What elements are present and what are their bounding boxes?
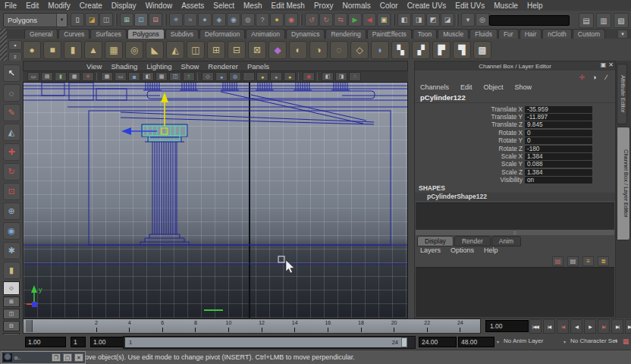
- menu-item[interactable]: Muscle: [489, 2, 523, 10]
- toggle-channel-box-icon[interactable]: ▧: [614, 13, 629, 28]
- selected-capital[interactable]: [142, 124, 187, 140]
- toggle-tool-settings-icon[interactable]: ▥: [596, 13, 611, 28]
- menu-item[interactable]: Modify: [43, 2, 74, 10]
- chevron-down-icon[interactable]: ▾: [494, 339, 501, 345]
- layer-list[interactable]: [416, 267, 614, 317]
- backface-culling-icon[interactable]: ◨: [335, 72, 347, 81]
- channel-label[interactable]: Translate X: [415, 106, 525, 113]
- step-forward-key-button[interactable]: ▶|: [598, 319, 610, 334]
- menu-item[interactable]: Edit: [21, 2, 43, 10]
- channel-label[interactable]: Rotate Y: [415, 137, 525, 144]
- toggle-attribute-editor-icon[interactable]: ▤: [579, 13, 594, 28]
- layer-editor-menu-item[interactable]: Options: [450, 246, 474, 254]
- panel-menu-item[interactable]: Show: [177, 62, 203, 71]
- poly-cylinder-icon[interactable]: ▮: [64, 41, 82, 59]
- shelf-tab[interactable]: Rendering: [325, 29, 366, 39]
- poly-plane-icon[interactable]: ▦: [105, 41, 123, 59]
- poly-prism-icon[interactable]: ◣: [146, 41, 164, 59]
- channel-box-menu-item[interactable]: Show: [515, 83, 532, 91]
- snap-curve-icon[interactable]: ≈: [184, 13, 197, 27]
- layer-editor-tab[interactable]: Anim: [491, 236, 521, 246]
- menu-item[interactable]: Color: [375, 2, 403, 10]
- cylindrical-mapping-icon[interactable]: ▞: [412, 41, 430, 59]
- layers-render-icon[interactable]: ▤: [567, 256, 579, 266]
- poly-cone-icon[interactable]: ▲: [84, 41, 102, 59]
- snap-point-icon[interactable]: ●: [198, 13, 212, 27]
- viewport[interactable]: y: [23, 82, 408, 318]
- quick-select-dropdown-icon[interactable]: ▾: [461, 13, 475, 27]
- step-forward-frame-button[interactable]: ▶|: [611, 319, 623, 334]
- channel-label[interactable]: Translate Z: [415, 121, 525, 128]
- open-scene-icon[interactable]: ◪: [85, 13, 99, 27]
- new-empty-layer-icon[interactable]: ≡: [582, 256, 594, 266]
- snap-align-icon[interactable]: ?: [256, 13, 269, 27]
- lasso-tool-icon[interactable]: ◌: [3, 84, 20, 102]
- chevron-down-icon[interactable]: ▾: [56, 14, 67, 27]
- tab-attribute-editor[interactable]: Attribute Editor: [617, 64, 627, 124]
- layer-editor-tab[interactable]: Render: [454, 236, 491, 246]
- channel-label[interactable]: Translate Y: [415, 114, 525, 121]
- go-to-start-button[interactable]: |◀◀: [529, 319, 542, 334]
- object-name[interactable]: pCylinder122: [415, 93, 615, 103]
- z-axis-arrow[interactable]: [121, 127, 131, 135]
- xray-icon[interactable]: ◧: [322, 72, 334, 81]
- poly-sphere-icon[interactable]: ●: [23, 41, 41, 59]
- channel-value-field[interactable]: -35.959: [525, 106, 592, 113]
- range-end-handle[interactable]: [401, 337, 407, 347]
- float-panel-icon[interactable]: ▣: [601, 61, 607, 68]
- shape-name[interactable]: pCylinderShape122: [415, 193, 615, 201]
- time-field[interactable]: 1.00: [25, 337, 66, 347]
- shelf-tab[interactable]: Fur: [498, 29, 519, 39]
- auto-keyframe-toggle-icon[interactable]: ~: [611, 337, 620, 346]
- poly-cube-icon[interactable]: ■: [43, 41, 61, 59]
- numeric-input-field[interactable]: [489, 15, 570, 26]
- play-forwards-button[interactable]: ▶: [584, 319, 596, 334]
- menu-item[interactable]: Edit UVs: [450, 2, 489, 10]
- panel-menu-item[interactable]: Renderer: [204, 62, 242, 71]
- safe-action-icon[interactable]: ◫: [169, 72, 181, 81]
- select-tool-icon[interactable]: ↖: [3, 64, 20, 82]
- highlight-selection-icon[interactable]: ◉: [284, 13, 298, 27]
- menu-item[interactable]: Display: [107, 2, 141, 10]
- menu-set-dropdown[interactable]: Polygons ▾: [3, 13, 67, 27]
- render-current-frame-icon[interactable]: ◨: [412, 13, 425, 27]
- snap-view-plane-icon[interactable]: ◉: [227, 13, 240, 27]
- mirror-geometry-icon[interactable]: ◑: [309, 41, 328, 59]
- planar-mapping-icon[interactable]: ▚: [391, 41, 410, 59]
- shelf-tab[interactable]: nCloth: [542, 29, 572, 39]
- wireframe-model[interactable]: [24, 83, 407, 264]
- wireframe-icon[interactable]: ◇: [202, 72, 214, 81]
- scale-tool-icon[interactable]: ⊡: [3, 183, 20, 200]
- channel-value-field[interactable]: -180: [525, 146, 592, 152]
- anim-layer-dropdown[interactable]: No Anim Layer: [504, 337, 543, 344]
- channel-mode-icon[interactable]: ∕: [602, 73, 611, 81]
- channel-label[interactable]: Scale Z: [415, 169, 525, 176]
- uv-texture-editor-icon[interactable]: ▩: [473, 41, 491, 59]
- select-hierarchy-icon[interactable]: ⊞: [120, 13, 133, 27]
- panel-menu-item[interactable]: Lighting: [143, 62, 175, 71]
- step-back-key-button[interactable]: |◀: [557, 319, 569, 334]
- menu-item[interactable]: Assets: [177, 2, 209, 10]
- channel-label[interactable]: Scale Y: [415, 161, 525, 168]
- two-d-pan-zoom-icon[interactable]: ✛: [82, 72, 94, 81]
- textured-icon[interactable]: ◍: [229, 72, 241, 81]
- channel-box-menu-item[interactable]: Channels: [420, 83, 449, 91]
- shelf-tab[interactable]: Surfaces: [90, 29, 127, 39]
- selection-mask-icon[interactable]: ◭: [3, 124, 20, 141]
- shelf-menu-icon[interactable]: ▾: [8, 40, 22, 50]
- layer-editor-tab[interactable]: Display: [417, 236, 454, 246]
- shelf-options-icon[interactable]: ▾: [617, 30, 628, 39]
- lighting-all-icon[interactable]: ●: [256, 72, 268, 81]
- snap-grid-icon[interactable]: ✳: [169, 13, 183, 27]
- poly-pyramid-icon[interactable]: ◭: [166, 41, 184, 59]
- list-output-connections-icon[interactable]: ↻: [319, 13, 333, 27]
- panel-menu-item[interactable]: View: [83, 62, 105, 71]
- menu-item[interactable]: Create: [75, 2, 107, 10]
- gate-mask-icon[interactable]: ◧: [142, 72, 154, 81]
- smooth-icon[interactable]: ◆: [268, 41, 287, 59]
- channel-label[interactable]: Rotate Z: [415, 146, 525, 152]
- extract-icon[interactable]: ⊠: [248, 41, 266, 59]
- menu-item[interactable]: Help: [523, 2, 548, 10]
- restore-icon[interactable]: ❐: [52, 353, 61, 362]
- grid-icon[interactable]: ▦: [101, 72, 113, 81]
